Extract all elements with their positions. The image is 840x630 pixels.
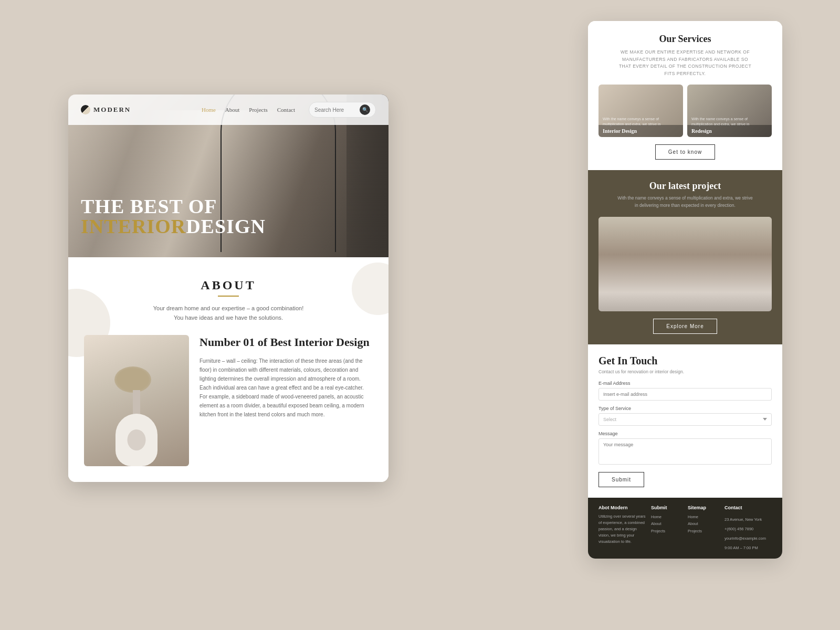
footer-sitemap-link-projects[interactable]: Projects	[688, 528, 719, 535]
footer-sitemap-link-about[interactable]: About	[688, 520, 719, 528]
services-cards: With the name conveys a sense of multipl…	[598, 85, 772, 137]
hero-design: DESIGN	[186, 215, 266, 237]
vase-hole	[128, 429, 146, 450]
hero-title-line2: INTERIORDESIGN	[81, 216, 266, 236]
hero-text: THE BEST OF INTERIORDESIGN	[81, 196, 266, 236]
living-room-bg	[598, 217, 772, 311]
submit-button[interactable]: Submit	[598, 472, 644, 487]
right-panel: Our Services WE MAKE OUR ENTIRE EXPERTIS…	[588, 21, 782, 559]
hero-section: MODERN Home About Projects Contact 🔍 THE…	[68, 94, 388, 257]
nav-links: Home About Projects Contact 🔍	[202, 102, 376, 118]
message-textarea[interactable]	[598, 438, 772, 465]
get-to-know-button[interactable]: Get to know	[655, 144, 715, 160]
footer-submit-link-projects[interactable]: Projects	[651, 528, 682, 535]
left-website-mockup: MODERN Home About Projects Contact 🔍 THE…	[68, 94, 388, 482]
logo-text: MODERN	[93, 106, 131, 114]
about-heading: Number 01 of Best Interior Design	[200, 335, 373, 350]
about-image	[84, 335, 189, 466]
services-section: Our Services WE MAKE OUR ENTIRE EXPERTIS…	[588, 21, 782, 170]
contact-subtitle: Contact us for renovation or interior de…	[598, 369, 772, 374]
plant-decoration	[114, 366, 151, 393]
latest-project-section: Our latest project With the name conveys…	[588, 170, 782, 344]
search-bar[interactable]: 🔍	[309, 102, 376, 118]
latest-project-title: Our latest project	[598, 181, 772, 192]
email-input[interactable]	[598, 388, 772, 401]
about-subtitle: Your dream home and our expertise – a go…	[150, 304, 307, 322]
search-button[interactable]: 🔍	[360, 104, 370, 115]
hero-title-line1: THE BEST OF	[81, 196, 266, 216]
logo[interactable]: MODERN	[81, 105, 131, 114]
search-input[interactable]	[314, 107, 356, 113]
explore-more-button[interactable]: Explore More	[653, 319, 717, 334]
deco-circle-right	[352, 262, 388, 315]
nav-projects[interactable]: Projects	[249, 107, 267, 113]
contact-section: Get In Touch Contact us for renovation o…	[588, 344, 782, 498]
footer-grid: Abot Modern Utilizing over several years…	[598, 505, 772, 551]
navbar: MODERN Home About Projects Contact 🔍	[68, 94, 388, 125]
footer-sitemap-link-home[interactable]: Home	[688, 513, 719, 521]
footer-col-sitemap: Sitemap Home About Projects	[688, 505, 719, 551]
about-body: Furniture – wall – ceiling: The interact…	[200, 356, 373, 419]
footer-col-contact: Contact 23 Avenue, New York +(600) 456 7…	[724, 505, 772, 551]
footer-contact-title: Contact	[724, 505, 772, 510]
contact-title: Get In Touch	[598, 355, 772, 367]
footer-submit-link-home[interactable]: Home	[651, 513, 682, 521]
service-card-label-2: Redesign	[687, 125, 772, 137]
services-subtitle: WE MAKE OUR ENTIRE EXPERTISE AND NETWORK…	[617, 49, 753, 77]
footer: Abot Modern Utilizing over several years…	[588, 498, 782, 559]
service-card-redesign[interactable]: With the name conveys a sense of multipl…	[687, 85, 772, 137]
footer-col-about: Abot Modern Utilizing over several years…	[598, 505, 646, 551]
service-card-label-1: Interior Design	[598, 125, 683, 137]
latest-project-image	[598, 217, 772, 311]
about-title: ABOUT	[84, 278, 373, 292]
footer-address: 23 Avenue, New York	[724, 517, 762, 522]
footer-email: yourinfo@example.com	[724, 536, 766, 541]
logo-icon	[81, 105, 90, 114]
footer-about-title: Abot Modern	[598, 505, 646, 510]
service-label: Type of Service	[598, 406, 772, 411]
about-underline	[218, 296, 239, 297]
nav-contact[interactable]: Contact	[277, 107, 295, 113]
about-content: Number 01 of Best Interior Design Furnit…	[84, 335, 373, 466]
about-text: Number 01 of Best Interior Design Furnit…	[200, 335, 373, 419]
about-section: ABOUT Your dream home and our expertise …	[68, 257, 388, 482]
footer-sitemap-title: Sitemap	[688, 505, 719, 510]
services-title: Our Services	[598, 34, 772, 45]
footer-submit-link-about[interactable]: About	[651, 520, 682, 528]
email-label: E-mail Address	[598, 381, 772, 386]
hero-interior: INTERIOR	[81, 215, 186, 237]
nav-about[interactable]: About	[225, 107, 240, 113]
service-select[interactable]: Select Interior Design Redesign Consulta…	[598, 413, 772, 426]
latest-project-subtitle: With the name conveys a sense of multipl…	[617, 195, 753, 209]
footer-submit-title: Submit	[651, 505, 682, 510]
nav-home[interactable]: Home	[202, 107, 216, 113]
vase-stem	[133, 390, 140, 416]
service-card-interior[interactable]: With the name conveys a sense of multipl…	[598, 85, 683, 137]
vase-body	[116, 414, 158, 466]
footer-col-submit: Submit Home About Projects	[651, 505, 682, 551]
footer-phone: +(600) 456 7890	[724, 527, 753, 531]
footer-about-text: Utilizing over several years of experien…	[598, 513, 646, 545]
footer-hours: 9:00 AM – 7:00 PM	[724, 545, 758, 550]
message-label: Message	[598, 431, 772, 436]
